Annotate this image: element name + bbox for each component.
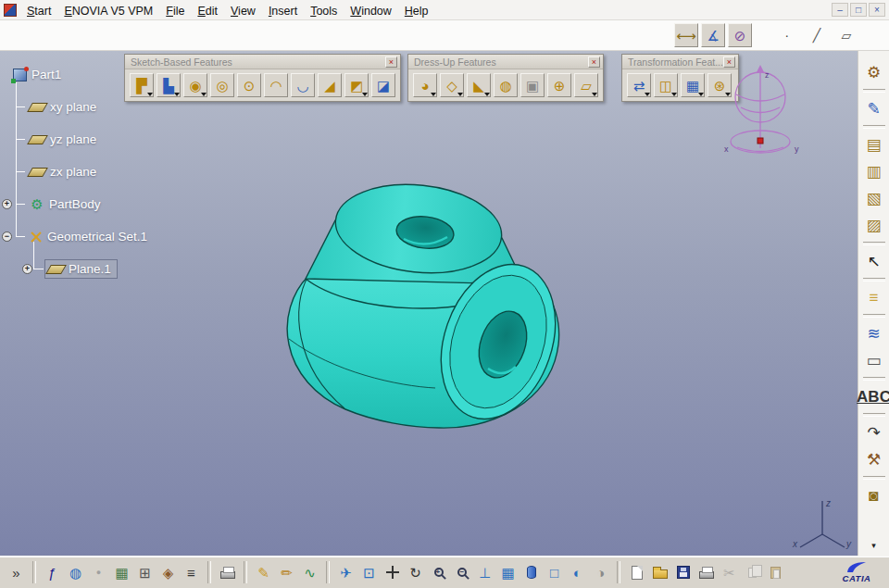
select-icon[interactable]: ↖ — [861, 249, 886, 274]
slot-icon[interactable]: ◡ — [291, 73, 315, 97]
new-document-icon[interactable] — [625, 561, 648, 584]
measure-item-icon[interactable]: ∡ — [701, 23, 725, 47]
tree-node-chip[interactable]: Geometrical Set.1 — [26, 227, 154, 246]
measure-between-icon[interactable]: ⟷ — [674, 23, 698, 47]
dropdown-arrow-icon[interactable] — [201, 93, 207, 96]
pocket-icon[interactable]: ▙ — [157, 73, 181, 97]
fit-all-in-icon[interactable]: ⊡ — [357, 561, 381, 584]
paste-icon[interactable] — [764, 561, 787, 584]
tree-node-chip[interactable]: ⚙PartBody — [26, 194, 107, 215]
pan-icon[interactable] — [381, 561, 404, 584]
swap-visible-space-icon[interactable]: ◑ — [589, 561, 612, 584]
mirror-icon[interactable]: ◫ — [654, 73, 678, 97]
tree-node-chip[interactable]: yz plane — [26, 130, 103, 149]
edge-fillet-icon[interactable]: ◕ — [413, 73, 437, 97]
capture-icon[interactable]: ◙ — [861, 483, 886, 508]
view-frame-3-icon[interactable]: ▧ — [861, 186, 886, 211]
tree-node-chip[interactable]: xy plane — [26, 97, 103, 117]
toolbar-title-sketch-based-features[interactable]: Sketch-Based Features× — [125, 55, 400, 69]
stiffener-icon[interactable]: ◢ — [318, 73, 342, 97]
multi-view-icon[interactable]: ▦ — [496, 561, 520, 584]
menu-enovia-v5-vpm[interactable]: ENOVIA V5 VPM — [57, 3, 159, 19]
tree-expander-plane-1[interactable]: + — [22, 264, 32, 274]
dropdown-arrow-icon[interactable] — [645, 93, 650, 96]
close-icon[interactable]: × — [588, 56, 600, 68]
remove-face-icon[interactable]: ▱ — [574, 73, 598, 97]
tree-node-chip[interactable]: zx plane — [26, 162, 103, 181]
tree-item-zx-plane[interactable]: zx plane — [0, 156, 232, 188]
right-toolbar-overflow-icon[interactable]: ▾ — [871, 541, 876, 550]
design-table-icon[interactable]: ▦ — [110, 561, 133, 584]
rotate-icon[interactable]: ↻ — [404, 561, 427, 584]
menu-edit[interactable]: Edit — [191, 3, 224, 19]
tree-expander-partbody[interactable]: + — [2, 199, 12, 209]
close-button[interactable]: × — [869, 3, 885, 17]
tree-node-chip[interactable]: Part1 — [9, 65, 68, 84]
view-frame-4-icon[interactable]: ▨ — [861, 213, 886, 238]
menu-help[interactable]: Help — [398, 3, 435, 19]
menu-insert[interactable]: Insert — [262, 3, 304, 19]
save-icon[interactable] — [671, 561, 695, 584]
compass-manipulation-point[interactable] — [758, 138, 763, 144]
knowledge-browser-icon[interactable]: ◍ — [64, 561, 87, 584]
planes-stack-icon[interactable]: ≡ — [861, 285, 886, 310]
tree-item-yz-plane[interactable]: yz plane — [0, 123, 232, 156]
view-frame-1-icon[interactable]: ▤ — [861, 132, 886, 157]
plane-icon[interactable]: ▱ — [837, 26, 856, 44]
axis-lines-icon[interactable]: ≋ — [861, 321, 886, 346]
view-frame-2-icon[interactable]: ▥ — [861, 159, 886, 184]
thread-tap-icon[interactable]: ⊕ — [547, 73, 571, 97]
tree-node-chip[interactable]: Plane.1 — [44, 259, 118, 279]
menu-file[interactable]: File — [159, 3, 191, 19]
dropdown-arrow-icon[interactable] — [431, 93, 436, 96]
measure-inertia-icon[interactable]: ⊘ — [728, 23, 752, 47]
curved-arrow-icon[interactable]: ↷ — [861, 420, 886, 445]
toolbar-overflow-icon[interactable]: » — [5, 561, 28, 584]
chamfer-icon[interactable]: ◇ — [440, 73, 464, 97]
tree-item-partbody[interactable]: +⚙PartBody — [0, 188, 232, 220]
pencil-tool-icon[interactable]: ✎ — [252, 561, 275, 584]
dropdown-arrow-icon[interactable] — [592, 93, 597, 96]
normal-view-icon[interactable]: ⊥ — [473, 561, 496, 584]
rectangular-pattern-icon[interactable]: ▦ — [681, 73, 705, 97]
knowledge-formula-icon[interactable]: ƒ — [41, 561, 64, 584]
close-icon[interactable]: × — [385, 56, 397, 68]
shading-mode-icon[interactable] — [520, 561, 543, 584]
pad-icon[interactable]: ▛ — [130, 73, 154, 97]
menu-window[interactable]: Window — [344, 3, 397, 19]
zoom-out-icon[interactable] — [450, 561, 473, 584]
catalog-icon[interactable]: ◈ — [157, 561, 180, 584]
tools-hammer-icon[interactable]: ⚒ — [861, 447, 886, 472]
draft-angle-icon[interactable]: ◣ — [467, 73, 491, 97]
fly-mode-icon[interactable]: ✈ — [334, 561, 357, 584]
relations-chart-icon[interactable]: ⊞ — [133, 561, 157, 584]
sketcher-icon[interactable]: ✎ — [861, 96, 886, 121]
swirl-tool-icon[interactable]: ∿ — [298, 561, 321, 584]
open-icon[interactable] — [648, 561, 671, 584]
dropdown-arrow-icon[interactable] — [484, 93, 490, 96]
tree-expander-geometrical-set-1[interactable]: − — [2, 231, 12, 242]
update-icon[interactable]: ⚙ — [861, 60, 886, 85]
groove-icon[interactable]: ◎ — [210, 73, 234, 97]
constraint-ball-icon[interactable]: ● — [87, 561, 110, 584]
dropdown-arrow-icon[interactable] — [671, 93, 677, 96]
toolbar-title-dress-up-features[interactable]: Dress-Up Features× — [408, 55, 603, 69]
dropdown-arrow-icon[interactable] — [698, 93, 704, 96]
point-icon[interactable]: ∙ — [778, 26, 796, 44]
wireframe-mode-icon[interactable]: □ — [543, 561, 566, 584]
multi-sections-solid-icon[interactable]: ◩ — [344, 73, 369, 97]
copy-icon[interactable] — [741, 561, 764, 584]
hole-icon[interactable]: ⊙ — [237, 73, 261, 97]
restore-button[interactable]: □ — [850, 3, 867, 17]
hide-show-icon[interactable]: ◐ — [566, 561, 589, 584]
tree-item-plane-1[interactable]: +Plane.1 — [0, 253, 232, 285]
cut-icon[interactable]: ✂ — [718, 561, 741, 584]
menu-view[interactable]: View — [224, 3, 262, 19]
zoom-in-icon[interactable] — [427, 561, 450, 584]
translation-icon[interactable]: ⇄ — [627, 73, 651, 97]
removed-multi-sections-solid-icon[interactable]: ◪ — [371, 73, 395, 97]
tree-item-geometrical-set-1[interactable]: −Geometrical Set.1 — [0, 220, 232, 253]
minimize-button[interactable]: – — [832, 3, 848, 17]
quick-print-icon[interactable] — [695, 561, 718, 584]
parameters-list-icon[interactable]: ≡ — [180, 561, 203, 584]
